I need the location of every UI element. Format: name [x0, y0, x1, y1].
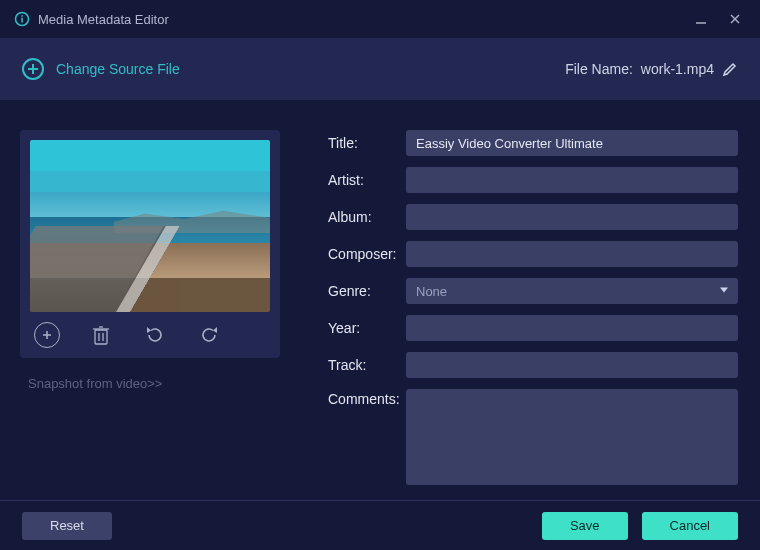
edit-filename-button[interactable]	[722, 61, 738, 77]
album-input[interactable]	[406, 204, 738, 230]
thumbnail-panel: Snapshot from video>>	[20, 130, 280, 490]
close-button[interactable]	[724, 8, 746, 30]
change-source-button[interactable]: Change Source File	[22, 58, 180, 80]
title-label: Title:	[328, 135, 396, 151]
file-name-value: work-1.mp4	[641, 61, 714, 77]
content-area: Snapshot from video>> Title: Artist: Alb…	[0, 100, 760, 500]
plus-circle-icon	[22, 58, 44, 80]
window-title: Media Metadata Editor	[38, 12, 169, 27]
change-source-label: Change Source File	[56, 61, 180, 77]
minimize-button[interactable]	[690, 8, 712, 30]
rotate-right-button[interactable]	[196, 322, 222, 348]
year-input[interactable]	[406, 315, 738, 341]
svg-rect-1	[21, 15, 23, 17]
svg-rect-2	[21, 18, 23, 23]
thumbnail-frame	[20, 130, 280, 358]
title-input[interactable]	[406, 130, 738, 156]
snapshot-from-video-link[interactable]: Snapshot from video>>	[20, 376, 280, 391]
source-bar: Change Source File File Name: work-1.mp4	[0, 38, 760, 100]
artist-label: Artist:	[328, 172, 396, 188]
footer: Reset Save Cancel	[0, 500, 760, 550]
composer-label: Composer:	[328, 246, 396, 262]
add-thumbnail-button[interactable]	[34, 322, 60, 348]
genre-label: Genre:	[328, 283, 396, 299]
metadata-form: Title: Artist: Album: Composer: Genre: N…	[328, 130, 738, 490]
artist-input[interactable]	[406, 167, 738, 193]
composer-input[interactable]	[406, 241, 738, 267]
delete-thumbnail-button[interactable]	[88, 322, 114, 348]
app-icon	[14, 11, 30, 27]
track-label: Track:	[328, 357, 396, 373]
thumbnail-actions	[30, 312, 270, 348]
year-label: Year:	[328, 320, 396, 336]
rotate-left-button[interactable]	[142, 322, 168, 348]
save-button[interactable]: Save	[542, 512, 628, 540]
comments-textarea[interactable]	[406, 389, 738, 485]
reset-button[interactable]: Reset	[22, 512, 112, 540]
comments-label: Comments:	[328, 389, 396, 407]
album-label: Album:	[328, 209, 396, 225]
genre-select[interactable]: None	[406, 278, 738, 304]
svg-rect-10	[95, 330, 107, 344]
titlebar: Media Metadata Editor	[0, 0, 760, 38]
cancel-button[interactable]: Cancel	[642, 512, 738, 540]
track-input[interactable]	[406, 352, 738, 378]
file-name-label: File Name:	[565, 61, 633, 77]
thumbnail-image	[30, 140, 270, 312]
